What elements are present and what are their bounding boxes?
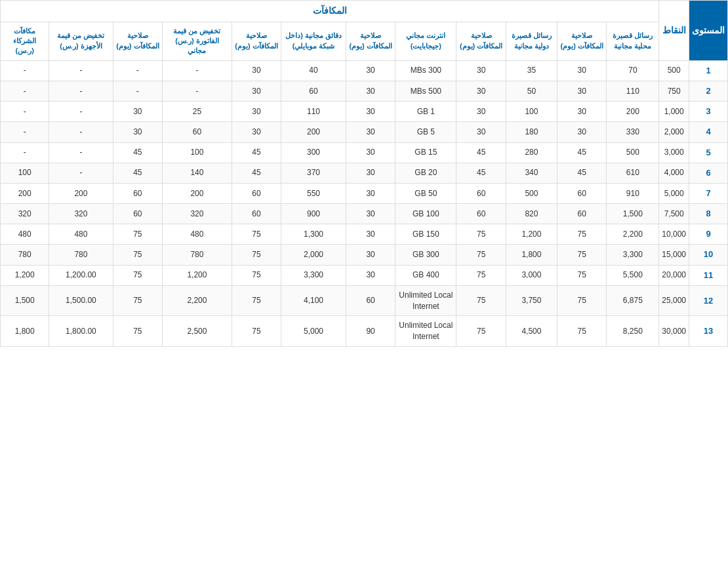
sms-local-cell: 200 [607,102,659,122]
level-cell: 7 [689,183,728,203]
points-cell: 7,500 [659,204,689,224]
partner-cell: 1,200 [1,265,49,285]
internet-cell: GB 20 [395,163,456,183]
points-cell: 20,000 [659,265,689,285]
partner-cell: - [1,142,49,163]
level-cell: 8 [689,204,728,224]
sms-local-validity-cell: 30 [557,122,607,142]
sms-intl-cell: 340 [506,163,557,183]
sms-local-cell: 5,500 [607,265,659,285]
internet-validity-cell: 60 [346,285,395,316]
bill-validity-cell: 75 [113,224,163,245]
device-discount-cell: - [49,122,113,142]
sms-local-validity-cell: 75 [557,316,607,347]
sms-local-validity-cell: 75 [557,245,607,265]
sms-local-cell: 70 [607,60,659,81]
table-row: 910,0002,200751,20075GB 150301,300754807… [1,224,728,245]
points-cell: 25,000 [659,285,689,316]
bill-discount-cell: - [163,81,232,101]
sms-intl-validity-cell: 75 [456,265,506,285]
internet-validity-cell: 30 [346,204,395,224]
level-cell: 9 [689,224,728,245]
level-cell: 6 [689,163,728,183]
minutes-cell: 300 [281,142,346,163]
sms-intl-cell: 3,000 [506,265,557,285]
sms-intl-validity-cell: 60 [456,204,506,224]
table-row: 87,5001,5006082060GB 1003090060320603203… [1,204,728,224]
points-cell: 10,000 [659,224,689,245]
partner-cell: - [1,60,49,81]
points-cell: 750 [659,81,689,101]
col-sms-local: رسائل قصيرة محلية مجانية [607,22,659,60]
device-discount-cell: - [49,81,113,101]
points-cell: 5,000 [659,183,689,203]
sms-local-cell: 500 [607,142,659,163]
points-cell: 500 [659,60,689,81]
table-row: 75,0009106050060GB 50305506020060200200 [1,183,728,203]
col-device-discount: تخفيض من قيمة الأجهزة (ر.س) [49,22,113,60]
internet-validity-cell: 30 [346,224,395,245]
device-discount-cell: 1,500.00 [49,285,113,316]
level-cell: 12 [689,285,728,316]
level-cell: 11 [689,265,728,285]
col-partner: مكافآت الشركاء (ر.س) [1,22,49,60]
minutes-validity-cell: 30 [232,81,281,101]
level-cell: 1 [689,60,728,81]
rewards-group-header: المكافآت [1,1,659,22]
minutes-cell: 5,000 [281,316,346,347]
bill-discount-cell: 60 [163,122,232,142]
bill-validity-cell: 45 [113,163,163,183]
bill-discount-cell: 480 [163,224,232,245]
sms-local-validity-cell: 75 [557,265,607,285]
minutes-validity-cell: 75 [232,285,281,316]
level-cell: 3 [689,102,728,122]
internet-cell: Unlimited Local Internet [395,316,456,347]
col-internet-validity: صلاحية المكافآت (يوم) [346,22,395,60]
partner-cell: - [1,122,49,142]
internet-cell: MBs 300 [395,60,456,81]
table-row: 1225,0006,875753,75075Unlimited Local In… [1,285,728,316]
internet-validity-cell: 30 [346,163,395,183]
partner-cell: - [1,102,49,122]
table-row: 2750110305030MBs 500306030---- [1,81,728,101]
bill-discount-cell: 320 [163,204,232,224]
internet-cell: GB 1 [395,102,456,122]
col-minutes: دقائق مجانية (داخل شبكة موبايلي) [281,22,346,60]
internet-cell: GB 5 [395,122,456,142]
bill-validity-cell: - [113,60,163,81]
bill-validity-cell: 30 [113,122,163,142]
internet-cell: GB 400 [395,265,456,285]
bill-validity-cell: - [113,81,163,101]
table-row: 42,0003303018030GB 530200306030-- [1,122,728,142]
minutes-validity-cell: 75 [232,265,281,285]
col-bill-validity: صلاحية المكافآت (يوم) [113,22,163,60]
sms-intl-cell: 280 [506,142,557,163]
table-row: 31,0002003010030GB 130110302530-- [1,102,728,122]
sms-local-cell: 8,250 [607,316,659,347]
sms-local-validity-cell: 30 [557,81,607,101]
points-cell: 3,000 [659,142,689,163]
sms-local-cell: 910 [607,183,659,203]
device-discount-cell: - [49,142,113,163]
device-discount-cell: 320 [49,204,113,224]
bill-discount-cell: - [163,60,232,81]
minutes-cell: 3,300 [281,265,346,285]
internet-validity-cell: 90 [346,316,395,347]
points-cell: 1,000 [659,102,689,122]
bill-discount-cell: 780 [163,245,232,265]
sms-intl-cell: 100 [506,102,557,122]
partner-cell: 1,800 [1,316,49,347]
col-sms-intl-validity: صلاحية المكافآت (يوم) [456,22,506,60]
col-sms-local-validity: صلاحية المكافآت (يوم) [557,22,607,60]
minutes-validity-cell: 75 [232,224,281,245]
points-cell: 30,000 [659,316,689,347]
points-cell: 4,000 [659,163,689,183]
minutes-validity-cell: 60 [232,204,281,224]
level-header: المستوى [689,1,728,61]
internet-cell: MBs 500 [395,81,456,101]
internet-validity-cell: 30 [346,81,395,101]
col-sms-intl: رسائل قصيرة دولية مجانية [506,22,557,60]
partner-cell: 100 [1,163,49,183]
points-cell: 15,000 [659,245,689,265]
partner-cell: 200 [1,183,49,203]
